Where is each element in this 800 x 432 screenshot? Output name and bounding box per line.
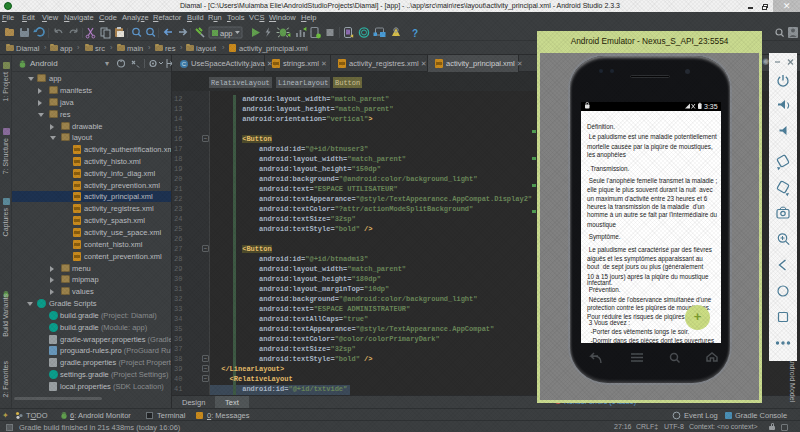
svg-text:?: ? — [412, 28, 418, 39]
svg-text:app: app — [220, 29, 233, 38]
